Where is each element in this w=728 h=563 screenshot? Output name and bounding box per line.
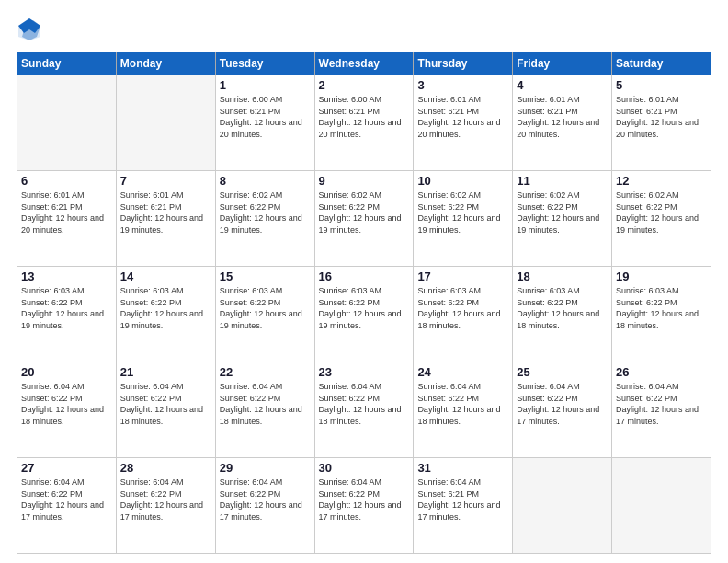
day-number: 3 <box>417 78 508 92</box>
calendar-cell: 4Sunrise: 6:01 AM Sunset: 6:21 PM Daylig… <box>513 75 612 171</box>
calendar-cell: 31Sunrise: 6:04 AM Sunset: 6:21 PM Dayli… <box>414 458 513 554</box>
weekday-header-tuesday: Tuesday <box>215 52 314 75</box>
sun-info: Sunrise: 6:04 AM Sunset: 6:22 PM Dayligh… <box>120 381 211 427</box>
day-number: 30 <box>319 461 410 475</box>
day-number: 13 <box>21 270 112 283</box>
calendar-table: SundayMondayTuesdayWednesdayThursdayFrid… <box>17 52 711 554</box>
sun-info: Sunrise: 6:03 AM Sunset: 6:22 PM Dayligh… <box>517 285 608 331</box>
week-row-4: 20Sunrise: 6:04 AM Sunset: 6:22 PM Dayli… <box>17 362 711 458</box>
calendar-cell: 25Sunrise: 6:04 AM Sunset: 6:22 PM Dayli… <box>513 362 612 458</box>
sun-info: Sunrise: 6:04 AM Sunset: 6:22 PM Dayligh… <box>120 477 211 523</box>
sun-info: Sunrise: 6:02 AM Sunset: 6:22 PM Dayligh… <box>517 190 608 236</box>
calendar-cell: 14Sunrise: 6:03 AM Sunset: 6:22 PM Dayli… <box>116 267 215 362</box>
sun-info: Sunrise: 6:04 AM Sunset: 6:22 PM Dayligh… <box>417 381 508 427</box>
calendar-cell: 11Sunrise: 6:02 AM Sunset: 6:22 PM Dayli… <box>513 171 612 267</box>
day-number: 9 <box>319 174 410 188</box>
day-number: 25 <box>517 365 608 379</box>
calendar-cell: 7Sunrise: 6:01 AM Sunset: 6:21 PM Daylig… <box>116 171 215 267</box>
day-number: 23 <box>319 365 410 379</box>
day-number: 31 <box>417 461 508 475</box>
weekday-header-thursday: Thursday <box>414 52 513 75</box>
calendar-cell: 21Sunrise: 6:04 AM Sunset: 6:22 PM Dayli… <box>116 362 215 458</box>
weekday-header-friday: Friday <box>513 52 612 75</box>
day-number: 29 <box>220 461 311 475</box>
sun-info: Sunrise: 6:01 AM Sunset: 6:21 PM Dayligh… <box>616 94 707 140</box>
weekday-header-wednesday: Wednesday <box>314 52 414 75</box>
sun-info: Sunrise: 6:04 AM Sunset: 6:22 PM Dayligh… <box>517 381 608 427</box>
weekday-header-saturday: Saturday <box>612 52 711 75</box>
week-row-1: 1Sunrise: 6:00 AM Sunset: 6:21 PM Daylig… <box>17 75 711 171</box>
sun-info: Sunrise: 6:01 AM Sunset: 6:21 PM Dayligh… <box>21 190 112 236</box>
day-number: 17 <box>417 270 508 283</box>
sun-info: Sunrise: 6:00 AM Sunset: 6:21 PM Dayligh… <box>319 94 410 140</box>
day-number: 28 <box>120 461 211 475</box>
day-number: 21 <box>120 365 211 379</box>
day-number: 24 <box>417 365 508 379</box>
calendar-cell: 8Sunrise: 6:02 AM Sunset: 6:22 PM Daylig… <box>215 171 314 267</box>
sun-info: Sunrise: 6:04 AM Sunset: 6:22 PM Dayligh… <box>220 477 311 523</box>
calendar-cell: 19Sunrise: 6:03 AM Sunset: 6:22 PM Dayli… <box>612 267 711 362</box>
sun-info: Sunrise: 6:04 AM Sunset: 6:22 PM Dayligh… <box>220 381 311 427</box>
calendar-cell: 12Sunrise: 6:02 AM Sunset: 6:22 PM Dayli… <box>612 171 711 267</box>
sun-info: Sunrise: 6:04 AM Sunset: 6:22 PM Dayligh… <box>616 381 707 427</box>
day-number: 6 <box>21 174 112 188</box>
sun-info: Sunrise: 6:00 AM Sunset: 6:21 PM Dayligh… <box>220 94 311 140</box>
calendar-cell: 6Sunrise: 6:01 AM Sunset: 6:21 PM Daylig… <box>17 171 117 267</box>
calendar-cell: 29Sunrise: 6:04 AM Sunset: 6:22 PM Dayli… <box>215 458 314 554</box>
sun-info: Sunrise: 6:01 AM Sunset: 6:21 PM Dayligh… <box>120 190 211 236</box>
calendar-cell: 27Sunrise: 6:04 AM Sunset: 6:22 PM Dayli… <box>17 458 117 554</box>
calendar-cell: 22Sunrise: 6:04 AM Sunset: 6:22 PM Dayli… <box>215 362 314 458</box>
week-row-3: 13Sunrise: 6:03 AM Sunset: 6:22 PM Dayli… <box>17 267 711 362</box>
calendar-cell <box>513 458 612 554</box>
calendar-cell: 5Sunrise: 6:01 AM Sunset: 6:21 PM Daylig… <box>612 75 711 171</box>
sun-info: Sunrise: 6:01 AM Sunset: 6:21 PM Dayligh… <box>517 94 608 140</box>
day-number: 20 <box>21 365 112 379</box>
day-number: 8 <box>220 174 311 188</box>
sun-info: Sunrise: 6:02 AM Sunset: 6:22 PM Dayligh… <box>220 190 311 236</box>
day-number: 18 <box>517 270 608 283</box>
day-number: 19 <box>616 270 707 283</box>
day-number: 5 <box>616 78 707 92</box>
calendar-cell <box>612 458 711 554</box>
calendar-cell: 2Sunrise: 6:00 AM Sunset: 6:21 PM Daylig… <box>314 75 414 171</box>
day-number: 2 <box>319 78 410 92</box>
calendar-cell: 28Sunrise: 6:04 AM Sunset: 6:22 PM Dayli… <box>116 458 215 554</box>
day-number: 27 <box>21 461 112 475</box>
calendar-cell: 1Sunrise: 6:00 AM Sunset: 6:21 PM Daylig… <box>215 75 314 171</box>
weekday-header-row: SundayMondayTuesdayWednesdayThursdayFrid… <box>17 52 711 75</box>
sun-info: Sunrise: 6:04 AM Sunset: 6:22 PM Dayligh… <box>319 381 410 427</box>
logo <box>17 17 46 42</box>
weekday-header-monday: Monday <box>116 52 215 75</box>
calendar-cell: 15Sunrise: 6:03 AM Sunset: 6:22 PM Dayli… <box>215 267 314 362</box>
day-number: 1 <box>220 78 311 92</box>
sun-info: Sunrise: 6:03 AM Sunset: 6:22 PM Dayligh… <box>220 285 311 331</box>
week-row-2: 6Sunrise: 6:01 AM Sunset: 6:21 PM Daylig… <box>17 171 711 267</box>
day-number: 12 <box>616 174 707 188</box>
sun-info: Sunrise: 6:04 AM Sunset: 6:22 PM Dayligh… <box>319 477 410 523</box>
calendar-cell: 17Sunrise: 6:03 AM Sunset: 6:22 PM Dayli… <box>414 267 513 362</box>
calendar-cell: 24Sunrise: 6:04 AM Sunset: 6:22 PM Dayli… <box>414 362 513 458</box>
sun-info: Sunrise: 6:02 AM Sunset: 6:22 PM Dayligh… <box>417 190 508 236</box>
sun-info: Sunrise: 6:03 AM Sunset: 6:22 PM Dayligh… <box>21 285 112 331</box>
sun-info: Sunrise: 6:03 AM Sunset: 6:22 PM Dayligh… <box>616 285 707 331</box>
page: SundayMondayTuesdayWednesdayThursdayFrid… <box>0 0 728 563</box>
calendar-cell: 26Sunrise: 6:04 AM Sunset: 6:22 PM Dayli… <box>612 362 711 458</box>
logo-icon <box>17 17 42 42</box>
calendar-cell: 20Sunrise: 6:04 AM Sunset: 6:22 PM Dayli… <box>17 362 117 458</box>
day-number: 26 <box>616 365 707 379</box>
calendar-cell <box>116 75 215 171</box>
sun-info: Sunrise: 6:03 AM Sunset: 6:22 PM Dayligh… <box>417 285 508 331</box>
sun-info: Sunrise: 6:03 AM Sunset: 6:22 PM Dayligh… <box>120 285 211 331</box>
calendar-cell: 13Sunrise: 6:03 AM Sunset: 6:22 PM Dayli… <box>17 267 117 362</box>
calendar-cell: 23Sunrise: 6:04 AM Sunset: 6:22 PM Dayli… <box>314 362 414 458</box>
calendar-cell: 3Sunrise: 6:01 AM Sunset: 6:21 PM Daylig… <box>414 75 513 171</box>
week-row-5: 27Sunrise: 6:04 AM Sunset: 6:22 PM Dayli… <box>17 458 711 554</box>
calendar-cell: 9Sunrise: 6:02 AM Sunset: 6:22 PM Daylig… <box>314 171 414 267</box>
day-number: 22 <box>220 365 311 379</box>
calendar-cell: 10Sunrise: 6:02 AM Sunset: 6:22 PM Dayli… <box>414 171 513 267</box>
day-number: 7 <box>120 174 211 188</box>
calendar-cell <box>17 75 117 171</box>
calendar-cell: 30Sunrise: 6:04 AM Sunset: 6:22 PM Dayli… <box>314 458 414 554</box>
day-number: 4 <box>517 78 608 92</box>
day-number: 14 <box>120 270 211 283</box>
